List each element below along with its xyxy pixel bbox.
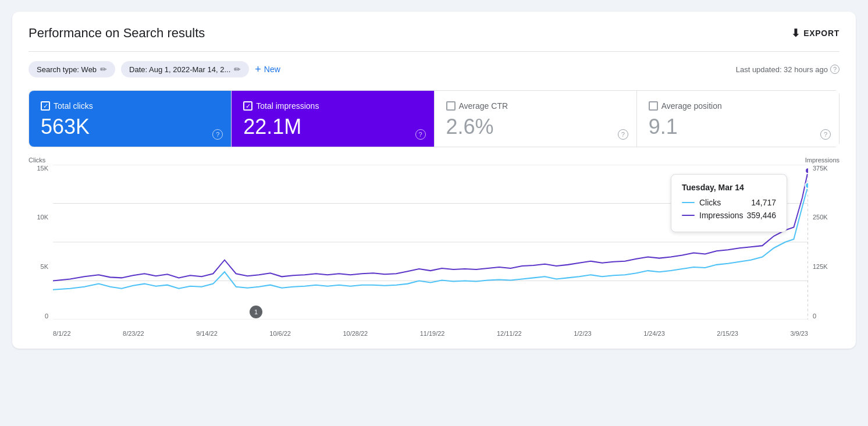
tooltip-impressions-row: Impressions 359,446 bbox=[682, 211, 776, 220]
chart-left-axis-title: Clicks bbox=[29, 157, 45, 164]
date-range-filter[interactable]: Date: Aug 1, 2022-Mar 14, 2... ✏ bbox=[121, 61, 249, 77]
x-label-7: 1/2/23 bbox=[574, 330, 592, 337]
impressions-dot bbox=[805, 168, 808, 173]
x-label-1: 8/23/22 bbox=[123, 330, 144, 337]
tooltip-impressions-value: 359,446 bbox=[746, 211, 776, 220]
x-label-5: 11/19/22 bbox=[420, 330, 445, 337]
plus-icon: + bbox=[255, 63, 261, 76]
average-position-value: 9.1 bbox=[649, 115, 827, 139]
x-label-2: 9/14/22 bbox=[196, 330, 218, 337]
help-circle-icon[interactable]: ? bbox=[830, 65, 839, 74]
x-label-6: 12/11/22 bbox=[497, 330, 522, 337]
new-label: New bbox=[264, 65, 280, 74]
clicks-dot bbox=[805, 182, 808, 188]
right-label-250k: 250K bbox=[813, 214, 828, 221]
total-clicks-label: Total clicks bbox=[54, 101, 93, 111]
chart-tooltip: Tuesday, Mar 14 Clicks 14,717 Impression… bbox=[671, 174, 787, 232]
x-label-3: 10/6/22 bbox=[269, 330, 291, 337]
metrics-row: Total clicks 563K ? Total impressions 22… bbox=[29, 90, 839, 147]
metric-average-position[interactable]: Average position 9.1 ? bbox=[637, 91, 839, 147]
average-position-label: Average position bbox=[661, 101, 722, 111]
date-edit-icon: ✏ bbox=[234, 65, 241, 74]
left-label-10k: 10K bbox=[37, 214, 48, 221]
new-filter-button[interactable]: + New bbox=[255, 63, 280, 76]
x-label-0: 8/1/22 bbox=[53, 330, 71, 337]
metric-average-ctr[interactable]: Average CTR 2.6% ? bbox=[435, 91, 637, 147]
total-impressions-label: Total impressions bbox=[256, 101, 319, 111]
clicks-line-indicator bbox=[682, 202, 695, 203]
header-divider bbox=[29, 51, 839, 52]
last-updated: Last updated: 32 hours ago ? bbox=[736, 65, 839, 74]
chart-right-labels: 375K 250K 125K 0 bbox=[810, 165, 839, 320]
chart-left-labels: 15K 10K 5K 0 bbox=[29, 165, 51, 320]
tooltip-impressions-label: Impressions bbox=[699, 211, 743, 220]
total-clicks-value: 563K bbox=[41, 115, 219, 139]
page-title: Performance on Search results bbox=[29, 26, 205, 41]
total-clicks-help-icon[interactable]: ? bbox=[212, 129, 223, 140]
tooltip-clicks-row: Clicks 14,717 bbox=[682, 198, 776, 207]
average-position-help-icon[interactable]: ? bbox=[820, 129, 831, 140]
chart-right-axis-title: Impressions bbox=[805, 157, 839, 164]
tooltip-clicks-value: 14,717 bbox=[751, 198, 776, 207]
x-axis-labels: 8/1/22 8/23/22 9/14/22 10/6/22 10/28/22 … bbox=[53, 330, 808, 337]
average-ctr-help-icon[interactable]: ? bbox=[618, 129, 628, 140]
export-label: EXPORT bbox=[803, 29, 839, 38]
average-ctr-value: 2.6% bbox=[446, 115, 625, 139]
x-label-10: 3/9/23 bbox=[790, 330, 808, 337]
total-impressions-checkbox[interactable] bbox=[243, 101, 252, 111]
filter-row: Search type: Web ✏ Date: Aug 1, 2022-Mar… bbox=[29, 61, 839, 77]
total-clicks-checkbox[interactable] bbox=[41, 101, 50, 111]
header-row: Performance on Search results ⬇ EXPORT bbox=[29, 26, 839, 41]
average-position-checkbox[interactable] bbox=[649, 101, 658, 111]
search-type-label: Search type: Web bbox=[37, 65, 97, 74]
x-label-4: 10/28/22 bbox=[343, 330, 368, 337]
right-label-0r: 0 bbox=[813, 313, 816, 320]
x-label-9: 2/15/23 bbox=[717, 330, 738, 337]
metric-total-clicks[interactable]: Total clicks 563K ? bbox=[29, 91, 232, 147]
total-impressions-value: 22.1M bbox=[243, 115, 422, 139]
annotation-badge[interactable]: 1 bbox=[250, 306, 262, 318]
date-range-label: Date: Aug 1, 2022-Mar 14, 2... bbox=[129, 65, 230, 74]
right-label-375k: 375K bbox=[813, 165, 828, 172]
left-label-15k: 15K bbox=[37, 165, 48, 172]
chart-area: Clicks Impressions 15K 10K 5K 0 375K 250… bbox=[29, 157, 839, 337]
x-label-8: 1/24/23 bbox=[643, 330, 665, 337]
left-label-0: 0 bbox=[45, 313, 48, 320]
export-icon: ⬇ bbox=[791, 27, 801, 40]
search-type-filter[interactable]: Search type: Web ✏ bbox=[29, 61, 115, 77]
export-button[interactable]: ⬇ EXPORT bbox=[791, 27, 839, 40]
left-label-5k: 5K bbox=[41, 263, 48, 270]
metric-total-impressions[interactable]: Total impressions 22.1M ? bbox=[232, 91, 434, 147]
right-label-125k: 125K bbox=[813, 263, 828, 270]
main-card: Performance on Search results ⬇ EXPORT S… bbox=[12, 12, 856, 349]
total-impressions-help-icon[interactable]: ? bbox=[415, 129, 426, 140]
average-ctr-label: Average CTR bbox=[459, 101, 508, 111]
impressions-line-indicator bbox=[682, 215, 695, 216]
search-type-edit-icon: ✏ bbox=[100, 65, 107, 74]
average-ctr-checkbox[interactable] bbox=[446, 101, 456, 111]
tooltip-clicks-label: Clicks bbox=[699, 198, 721, 207]
tooltip-date: Tuesday, Mar 14 bbox=[682, 183, 776, 192]
